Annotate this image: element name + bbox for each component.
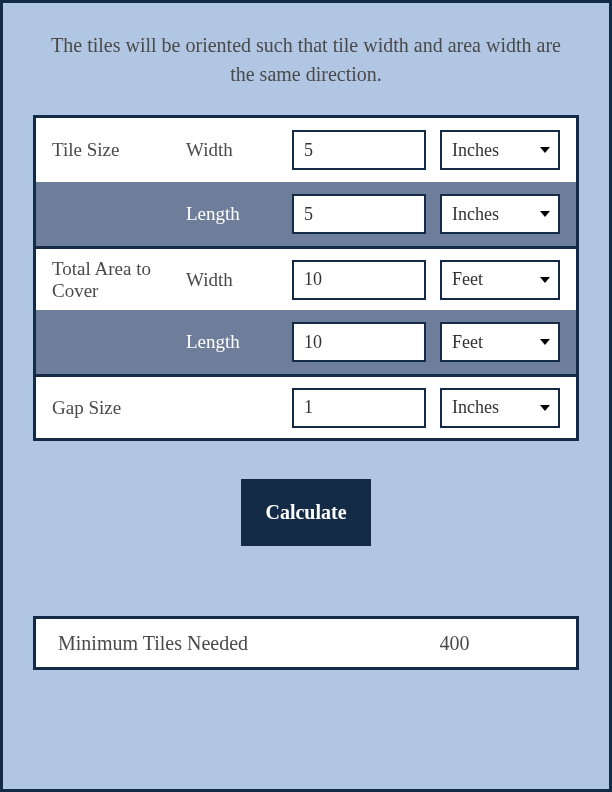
area-width-input[interactable] [292,260,426,300]
tile-length-input[interactable] [292,194,426,234]
tile-length-label: Length [186,203,278,225]
result-panel: Minimum Tiles Needed 400 [33,616,579,670]
area-width-label: Width [186,269,278,291]
tile-length-unit-value: Inches [452,204,499,225]
area-width-row: Total Area to Cover Width Feet [36,246,576,310]
gap-unit-value: Inches [452,397,499,418]
area-length-label: Length [186,331,278,353]
gap-input[interactable] [292,388,426,428]
area-label: Total Area to Cover [52,258,172,302]
gap-row: Gap Size Inches [36,374,576,438]
tile-width-input[interactable] [292,130,426,170]
area-length-row: Length Feet [36,310,576,374]
tile-length-unit-select[interactable]: Inches [440,194,560,234]
tile-width-label: Width [186,139,278,161]
calculate-button[interactable]: Calculate [241,479,370,546]
area-width-unit-value: Feet [452,269,483,290]
chevron-down-icon [540,339,550,345]
result-value: 400 [333,632,576,655]
chevron-down-icon [540,211,550,217]
area-width-unit-select[interactable]: Feet [440,260,560,300]
tile-size-label: Tile Size [52,139,172,161]
tile-calculator-form: Tile Size Width Inches Length Inches Tot… [33,115,579,441]
tile-width-row: Tile Size Width Inches [36,118,576,182]
gap-label: Gap Size [52,397,172,419]
area-length-input[interactable] [292,322,426,362]
tile-width-unit-value: Inches [452,140,499,161]
tile-width-unit-select[interactable]: Inches [440,130,560,170]
chevron-down-icon [540,277,550,283]
gap-unit-select[interactable]: Inches [440,388,560,428]
tile-length-row: Length Inches [36,182,576,246]
chevron-down-icon [540,405,550,411]
result-label: Minimum Tiles Needed [36,632,333,655]
area-length-unit-select[interactable]: Feet [440,322,560,362]
area-length-unit-value: Feet [452,332,483,353]
intro-text: The tiles will be oriented such that til… [3,3,609,115]
chevron-down-icon [540,147,550,153]
